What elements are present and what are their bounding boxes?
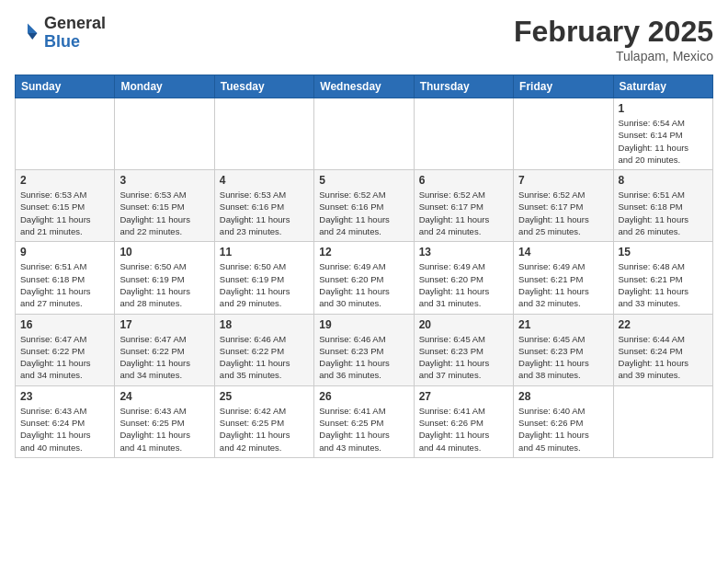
day-number: 15 (619, 246, 708, 259)
col-header-wednesday: Wednesday (314, 75, 414, 98)
day-number: 26 (319, 390, 408, 403)
day-number: 14 (518, 246, 608, 259)
calendar-day: 1Sunrise: 6:54 AM Sunset: 6:14 PM Daylig… (613, 98, 712, 170)
calendar-week-row: 16Sunrise: 6:47 AM Sunset: 6:22 PM Dayli… (16, 314, 713, 385)
day-info: Sunrise: 6:53 AM Sunset: 6:15 PM Dayligh… (20, 189, 109, 237)
day-info: Sunrise: 6:43 AM Sunset: 6:24 PM Dayligh… (20, 405, 109, 454)
calendar-day: 13Sunrise: 6:49 AM Sunset: 6:20 PM Dayli… (414, 242, 513, 314)
calendar-week-row: 9Sunrise: 6:51 AM Sunset: 6:18 PM Daylig… (16, 242, 713, 314)
day-number: 19 (319, 318, 408, 331)
logo-icon (15, 20, 40, 46)
calendar-day (613, 385, 712, 457)
day-info: Sunrise: 6:45 AM Sunset: 6:23 PM Dayligh… (518, 333, 608, 382)
day-info: Sunrise: 6:52 AM Sunset: 6:17 PM Dayligh… (518, 189, 608, 237)
calendar-day: 25Sunrise: 6:42 AM Sunset: 6:25 PM Dayli… (214, 385, 313, 457)
day-number: 6 (419, 174, 508, 187)
calendar-day: 23Sunrise: 6:43 AM Sunset: 6:24 PM Dayli… (16, 385, 115, 457)
day-number: 4 (220, 174, 309, 187)
svg-marker-1 (28, 33, 38, 40)
day-number: 13 (419, 246, 508, 259)
day-info: Sunrise: 6:53 AM Sunset: 6:15 PM Dayligh… (119, 189, 209, 237)
day-number: 28 (518, 390, 608, 403)
day-number: 18 (220, 318, 309, 331)
day-info: Sunrise: 6:52 AM Sunset: 6:17 PM Dayligh… (419, 189, 508, 237)
day-info: Sunrise: 6:50 AM Sunset: 6:19 PM Dayligh… (220, 260, 309, 309)
day-info: Sunrise: 6:41 AM Sunset: 6:26 PM Dayligh… (419, 405, 508, 454)
day-number: 9 (20, 246, 109, 259)
day-number: 24 (119, 390, 209, 403)
day-info: Sunrise: 6:54 AM Sunset: 6:14 PM Dayligh… (619, 117, 708, 166)
col-header-tuesday: Tuesday (214, 75, 313, 98)
calendar-table: SundayMondayTuesdayWednesdayThursdayFrid… (15, 75, 713, 458)
calendar-header-row: SundayMondayTuesdayWednesdayThursdayFrid… (16, 75, 713, 98)
calendar-day: 3Sunrise: 6:53 AM Sunset: 6:15 PM Daylig… (115, 170, 214, 242)
svg-marker-0 (28, 23, 38, 33)
day-number: 7 (518, 174, 608, 187)
calendar-day: 16Sunrise: 6:47 AM Sunset: 6:22 PM Dayli… (16, 314, 115, 385)
calendar-day: 2Sunrise: 6:53 AM Sunset: 6:15 PM Daylig… (16, 170, 115, 242)
calendar-day (514, 98, 613, 170)
day-info: Sunrise: 6:41 AM Sunset: 6:25 PM Dayligh… (319, 405, 408, 454)
day-number: 1 (619, 102, 708, 115)
day-info: Sunrise: 6:40 AM Sunset: 6:26 PM Dayligh… (518, 405, 608, 454)
day-number: 16 (20, 318, 109, 331)
day-info: Sunrise: 6:44 AM Sunset: 6:24 PM Dayligh… (619, 333, 708, 382)
calendar-day: 11Sunrise: 6:50 AM Sunset: 6:19 PM Dayli… (214, 242, 313, 314)
calendar-week-row: 23Sunrise: 6:43 AM Sunset: 6:24 PM Dayli… (16, 385, 713, 457)
col-header-saturday: Saturday (613, 75, 712, 98)
day-number: 17 (119, 318, 209, 331)
calendar-day: 10Sunrise: 6:50 AM Sunset: 6:19 PM Dayli… (115, 242, 214, 314)
day-info: Sunrise: 6:47 AM Sunset: 6:22 PM Dayligh… (20, 333, 109, 382)
day-info: Sunrise: 6:42 AM Sunset: 6:25 PM Dayligh… (220, 405, 309, 454)
calendar-day: 28Sunrise: 6:40 AM Sunset: 6:26 PM Dayli… (514, 385, 613, 457)
day-number: 11 (220, 246, 309, 259)
day-number: 27 (419, 390, 508, 403)
calendar-week-row: 2Sunrise: 6:53 AM Sunset: 6:15 PM Daylig… (16, 170, 713, 242)
day-number: 21 (518, 318, 608, 331)
calendar-day (16, 98, 115, 170)
calendar-day: 9Sunrise: 6:51 AM Sunset: 6:18 PM Daylig… (16, 242, 115, 314)
day-number: 5 (319, 174, 408, 187)
calendar-week-row: 1Sunrise: 6:54 AM Sunset: 6:14 PM Daylig… (16, 98, 713, 170)
day-number: 22 (619, 318, 708, 331)
calendar-day: 7Sunrise: 6:52 AM Sunset: 6:17 PM Daylig… (514, 170, 613, 242)
calendar-day (214, 98, 313, 170)
calendar-day: 24Sunrise: 6:43 AM Sunset: 6:25 PM Dayli… (115, 385, 214, 457)
calendar-day: 8Sunrise: 6:51 AM Sunset: 6:18 PM Daylig… (613, 170, 712, 242)
calendar-day: 20Sunrise: 6:45 AM Sunset: 6:23 PM Dayli… (414, 314, 513, 385)
day-number: 3 (119, 174, 209, 187)
day-info: Sunrise: 6:49 AM Sunset: 6:21 PM Dayligh… (518, 260, 608, 309)
day-info: Sunrise: 6:45 AM Sunset: 6:23 PM Dayligh… (419, 333, 508, 382)
calendar-day: 14Sunrise: 6:49 AM Sunset: 6:21 PM Dayli… (514, 242, 613, 314)
day-number: 25 (220, 390, 309, 403)
location-subtitle: Tulapam, Mexico (514, 49, 713, 63)
day-number: 2 (20, 174, 109, 187)
title-block: February 2025 Tulapam, Mexico (514, 15, 713, 63)
day-info: Sunrise: 6:52 AM Sunset: 6:16 PM Dayligh… (319, 189, 408, 237)
calendar-day: 21Sunrise: 6:45 AM Sunset: 6:23 PM Dayli… (514, 314, 613, 385)
day-number: 23 (20, 390, 109, 403)
day-info: Sunrise: 6:46 AM Sunset: 6:22 PM Dayligh… (220, 333, 309, 382)
day-number: 10 (119, 246, 209, 259)
col-header-monday: Monday (115, 75, 214, 98)
col-header-sunday: Sunday (16, 75, 115, 98)
day-info: Sunrise: 6:43 AM Sunset: 6:25 PM Dayligh… (119, 405, 209, 454)
day-number: 12 (319, 246, 408, 259)
day-number: 8 (619, 174, 708, 187)
calendar-day (115, 98, 214, 170)
day-info: Sunrise: 6:48 AM Sunset: 6:21 PM Dayligh… (619, 260, 708, 309)
calendar-day (314, 98, 414, 170)
day-info: Sunrise: 6:47 AM Sunset: 6:22 PM Dayligh… (119, 333, 209, 382)
calendar-day: 18Sunrise: 6:46 AM Sunset: 6:22 PM Dayli… (214, 314, 313, 385)
page-title: February 2025 (514, 15, 713, 49)
col-header-friday: Friday (514, 75, 613, 98)
day-info: Sunrise: 6:51 AM Sunset: 6:18 PM Dayligh… (619, 189, 708, 237)
col-header-thursday: Thursday (414, 75, 513, 98)
calendar-day: 15Sunrise: 6:48 AM Sunset: 6:21 PM Dayli… (613, 242, 712, 314)
calendar-day: 27Sunrise: 6:41 AM Sunset: 6:26 PM Dayli… (414, 385, 513, 457)
logo: General Blue (15, 15, 106, 52)
day-info: Sunrise: 6:51 AM Sunset: 6:18 PM Dayligh… (20, 260, 109, 309)
calendar-day: 19Sunrise: 6:46 AM Sunset: 6:23 PM Dayli… (314, 314, 414, 385)
day-info: Sunrise: 6:46 AM Sunset: 6:23 PM Dayligh… (319, 333, 408, 382)
calendar-day: 6Sunrise: 6:52 AM Sunset: 6:17 PM Daylig… (414, 170, 513, 242)
